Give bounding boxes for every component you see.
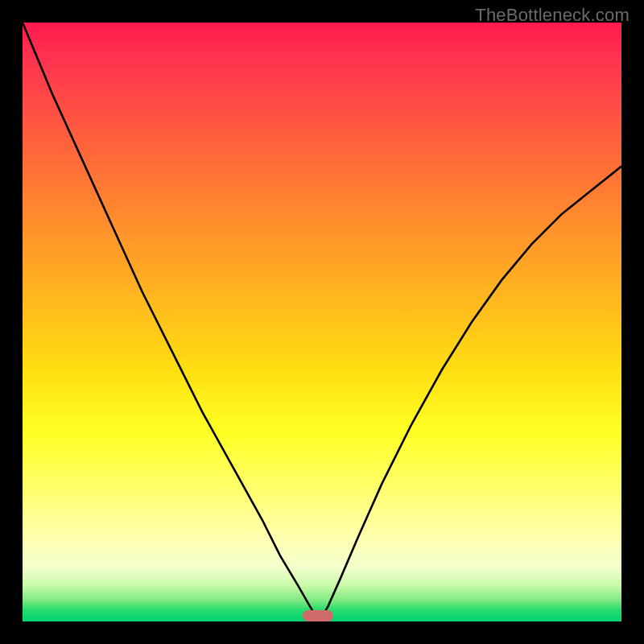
optimal-marker — [303, 610, 333, 621]
chart-frame — [23, 23, 621, 621]
bottleneck-curve — [23, 23, 621, 621]
